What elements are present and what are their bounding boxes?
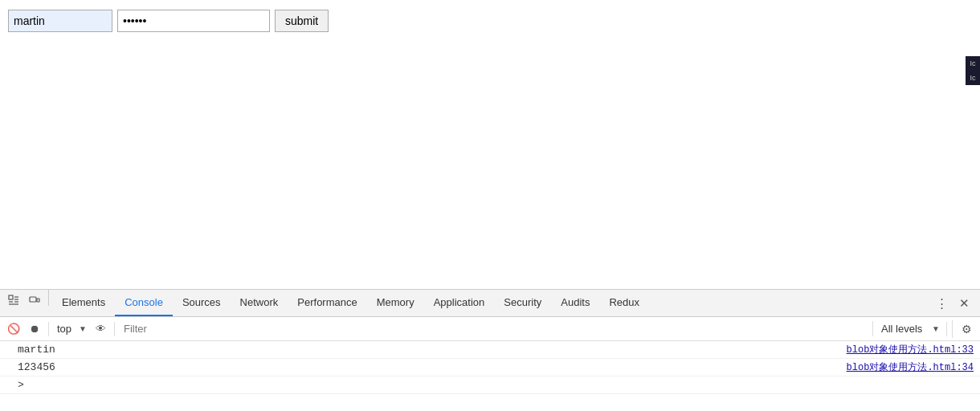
console-sep-2 [114, 322, 115, 336]
levels-select-wrapper[interactable]: All levels Verbose Info Warnings Errors … [872, 321, 941, 336]
console-output: martin blob对象使用方法.html:33 123456 blob对象使… [0, 341, 980, 411]
submit-button[interactable]: submit [275, 10, 329, 32]
console-row: martin blob对象使用方法.html:33 [0, 341, 980, 359]
tab-elements[interactable]: Elements [52, 290, 115, 316]
inspect-element-btn[interactable] [3, 290, 24, 311]
tab-security[interactable]: Security [494, 290, 551, 316]
stop-recording-btn[interactable]: ⏺ [26, 320, 43, 338]
filter-input[interactable] [124, 323, 865, 335]
device-toggle-btn[interactable] [24, 290, 45, 311]
filter-input-wrapper [120, 322, 869, 336]
tabs-spacer [649, 290, 932, 316]
console-sep-3 [946, 322, 947, 336]
row-text-1: martin [18, 344, 847, 356]
levels-select[interactable]: All levels Verbose Info Warnings Errors [878, 321, 941, 336]
right-edge-top: Ic [968, 56, 977, 71]
tab-audits[interactable]: Audits [551, 290, 599, 316]
more-tabs-btn[interactable]: ⋮ [932, 294, 951, 313]
svg-rect-6 [30, 297, 36, 302]
console-cursor-row: > [0, 376, 980, 394]
tab-network[interactable]: Network [231, 290, 288, 316]
right-edge-bottom: Ic [968, 71, 977, 85]
main-page: submit Ic Ic [0, 0, 980, 289]
context-select-wrapper[interactable]: top ▼ [54, 321, 88, 336]
tab-sources[interactable]: Sources [173, 290, 231, 316]
console-end-right: ⚙ [952, 320, 975, 338]
row-link-1[interactable]: blob对象使用方法.html:33 [847, 343, 974, 356]
preserve-log-btn[interactable]: 👁 [92, 320, 109, 338]
console-sep-1 [48, 322, 49, 336]
username-input[interactable] [8, 10, 112, 32]
row-link-2[interactable]: blob对象使用方法.html:34 [847, 360, 974, 374]
password-input[interactable] [117, 10, 270, 32]
devtools-panel: Elements Console Sources Network Perform… [0, 289, 980, 411]
console-toolbar: 🚫 ⏺ top ▼ 👁 All levels Verbose Info [0, 317, 980, 341]
tab-memory[interactable]: Memory [367, 290, 424, 316]
tab-console[interactable]: Console [115, 290, 173, 316]
devtools-tab-bar: Elements Console Sources Network Perform… [0, 290, 980, 317]
right-edge-panel: Ic Ic [966, 56, 980, 85]
svg-rect-0 [9, 295, 13, 299]
console-settings-btn[interactable]: ⚙ [958, 320, 975, 338]
console-cursor: > [18, 379, 24, 391]
tab-application[interactable]: Application [424, 290, 495, 316]
console-row: 123456 blob对象使用方法.html:34 [0, 359, 980, 376]
row-text-2: 123456 [18, 361, 847, 373]
close-devtools-btn[interactable]: ✕ [954, 294, 974, 313]
context-select[interactable]: top [54, 321, 88, 336]
svg-rect-7 [37, 299, 39, 302]
tab-redux[interactable]: Redux [599, 290, 649, 316]
tab-end-buttons: ⋮ ✕ [932, 290, 977, 316]
clear-console-btn[interactable]: 🚫 [5, 320, 22, 338]
tab-performance[interactable]: Performance [288, 290, 366, 316]
toolbar-separator-1 [48, 290, 49, 306]
